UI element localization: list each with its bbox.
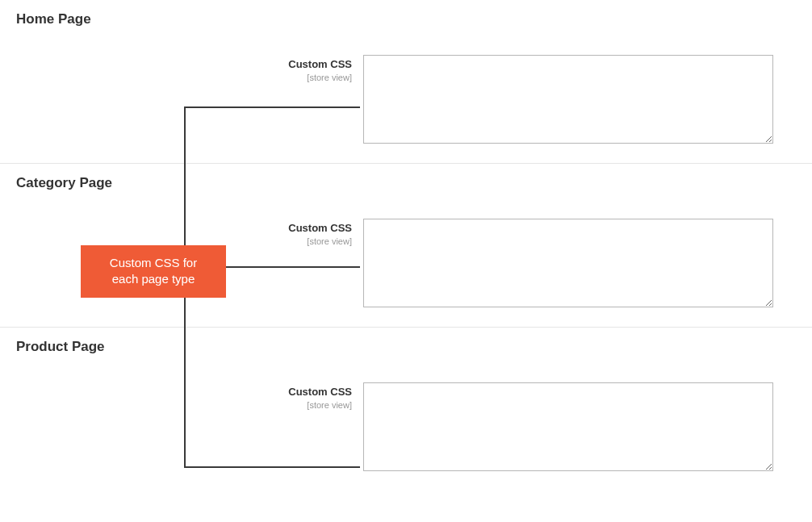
field-scope-home: [store view] — [16, 73, 352, 82]
section-title-product: Product Page — [16, 339, 796, 355]
field-label-home: Custom CSS — [288, 58, 352, 70]
field-control-category — [363, 219, 796, 311]
custom-css-category-textarea[interactable] — [363, 219, 773, 307]
callout-text-line1: Custom CSS for — [110, 256, 197, 269]
custom-css-home-textarea[interactable] — [363, 55, 773, 144]
field-label-wrap-category: Custom CSS [store view] — [16, 219, 363, 246]
section-title-home: Home Page — [16, 11, 796, 27]
callout-box: Custom CSS for each page type — [81, 245, 226, 298]
section-product-page: Product Page Custom CSS [store view] — [0, 327, 812, 491]
field-label-wrap-product: Custom CSS [store view] — [16, 382, 363, 410]
field-row-home: Custom CSS [store view] — [16, 55, 796, 147]
field-control-home — [363, 55, 796, 147]
field-label-product: Custom CSS — [288, 386, 352, 398]
callout-text-line2: each page type — [112, 272, 195, 286]
section-title-category: Category Page — [16, 175, 796, 191]
field-label-category: Custom CSS — [288, 222, 352, 234]
field-scope-product: [store view] — [16, 400, 352, 410]
field-label-wrap-home: Custom CSS [store view] — [16, 55, 363, 82]
field-row-product: Custom CSS [store view] — [16, 382, 796, 474]
custom-css-product-textarea[interactable] — [363, 382, 773, 471]
field-control-product — [363, 382, 796, 474]
section-home-page: Home Page Custom CSS [store view] — [0, 0, 812, 163]
